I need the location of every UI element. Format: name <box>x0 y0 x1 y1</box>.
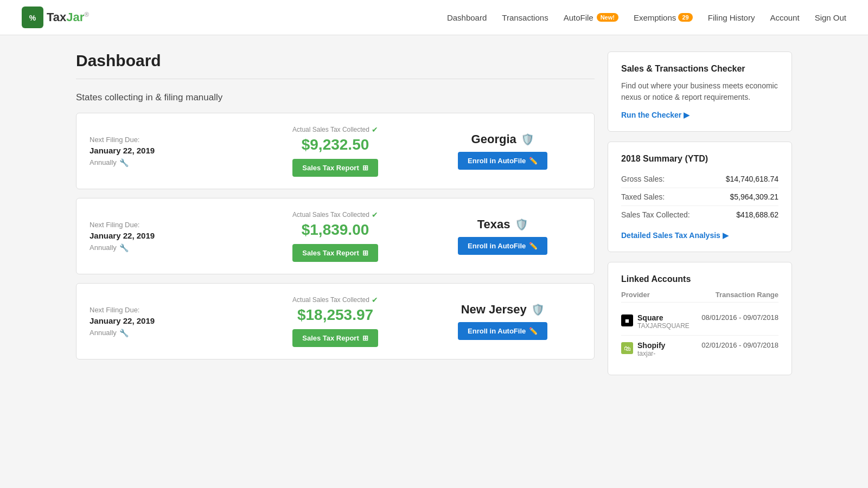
report-icon-2: ⊞ <box>362 334 368 342</box>
exemptions-count-badge: 29 <box>678 13 692 22</box>
linked-accounts-card: Linked Accounts Provider Transaction Ran… <box>608 262 792 375</box>
card-middle-2: Actual Sales Tax Collected ✔ $18,253.97 … <box>257 296 414 347</box>
sales-tax-report-button-1[interactable]: Sales Tax Report ⊞ <box>292 244 378 262</box>
filing-date-0: January 22, 2019 <box>90 146 246 155</box>
provider-name-0: Square <box>637 313 690 322</box>
page-title: Dashboard <box>76 52 595 70</box>
frequency-0: Annually 🔧 <box>90 158 246 167</box>
provider-info-0: ■ Square TAXJARSQUARE <box>621 313 690 330</box>
summary-row: Sales Tax Collected: $418,688.62 <box>621 206 778 223</box>
sales-tax-report-button-2[interactable]: Sales Tax Report ⊞ <box>292 329 378 347</box>
summary-value-2: $418,688.62 <box>736 210 778 219</box>
provider-details-1: Shopify taxjar- <box>637 341 665 357</box>
linked-account-row: 🛍 Shopify taxjar- 02/01/2016 - 09/07/201… <box>621 336 778 363</box>
content-area: Dashboard States collecting in & filing … <box>76 52 595 375</box>
report-icon-1: ⊞ <box>362 249 368 257</box>
logo-icon: % <box>22 7 43 28</box>
autofile-new-badge: New! <box>597 13 618 22</box>
enroll-autofile-button-2[interactable]: Enroll in AutoFile ✏️ <box>458 322 547 340</box>
wrench-icon-0: 🔧 <box>119 158 129 167</box>
shield-icon-0: 🛡️ <box>521 133 534 146</box>
card-left-2: Next Filing Due: January 22, 2019 Annual… <box>90 306 246 337</box>
filing-label-2: Next Filing Due: <box>90 306 246 314</box>
summary-title: 2018 Summary (YTD) <box>621 154 778 164</box>
nav-filing-history[interactable]: Filing History <box>708 13 755 22</box>
filing-date-2: January 22, 2019 <box>90 316 246 325</box>
nav-account[interactable]: Account <box>770 13 799 22</box>
shield-icon-1: 🛡️ <box>515 218 528 231</box>
summary-label-0: Gross Sales: <box>621 175 665 183</box>
provider-details-0: Square TAXJARSQUARE <box>637 313 690 330</box>
state-name-1: Texas 🛡️ <box>424 217 581 232</box>
card-right-2: New Jersey 🛡️ Enroll in AutoFile ✏️ <box>424 303 581 340</box>
card-right-1: Texas 🛡️ Enroll in AutoFile ✏️ <box>424 217 581 255</box>
header: % TaxJar® Dashboard Transactions AutoFil… <box>0 0 868 35</box>
state-card: Next Filing Due: January 22, 2019 Annual… <box>76 198 595 274</box>
collected-amount-1: $1,839.00 <box>257 221 414 239</box>
summary-value-1: $5,964,309.21 <box>730 192 778 201</box>
card-right-0: Georgia 🛡️ Enroll in AutoFile ✏️ <box>424 132 581 170</box>
wrench-icon-1: 🔧 <box>119 243 129 252</box>
collected-amount-2: $18,253.97 <box>257 306 414 324</box>
sales-tax-report-button-0[interactable]: Sales Tax Report ⊞ <box>292 159 378 177</box>
main-nav: Dashboard Transactions AutoFile New! Exe… <box>447 13 846 22</box>
provider-icon-0: ■ <box>621 314 633 326</box>
filing-label-0: Next Filing Due: <box>90 136 246 144</box>
svg-text:%: % <box>29 14 36 22</box>
checker-card: Sales & Transactions Checker Find out wh… <box>608 52 792 132</box>
linked-accounts-header: Provider Transaction Range <box>621 291 778 303</box>
frequency-2: Annually 🔧 <box>90 329 246 337</box>
nav-sign-out[interactable]: Sign Out <box>815 13 846 22</box>
report-icon-0: ⊞ <box>362 164 368 172</box>
section-title: States collecting in & filing manually <box>76 92 595 103</box>
provider-info-1: 🛍 Shopify taxjar- <box>621 341 665 357</box>
summary-row: Gross Sales: $14,740,618.74 <box>621 170 778 188</box>
provider-id-1: taxjar- <box>637 350 665 357</box>
autofile-icon-0: ✏️ <box>529 157 538 165</box>
divider <box>76 79 595 79</box>
linked-accounts-list: ■ Square TAXJARSQUARE 08/01/2016 - 09/07… <box>621 308 778 363</box>
provider-name-1: Shopify <box>637 341 665 350</box>
nav-transactions[interactable]: Transactions <box>502 13 548 22</box>
main-container: Dashboard States collecting in & filing … <box>54 35 814 391</box>
autofile-icon-2: ✏️ <box>529 327 538 335</box>
state-cards: Next Filing Due: January 22, 2019 Annual… <box>76 113 595 359</box>
collected-amount-0: $9,232.50 <box>257 136 414 153</box>
wrench-icon-2: 🔧 <box>119 329 129 337</box>
collected-label-2: Actual Sales Tax Collected ✔ <box>257 296 414 304</box>
logo: % TaxJar® <box>22 7 89 28</box>
summary-label-1: Taxed Sales: <box>621 192 665 201</box>
collected-label-0: Actual Sales Tax Collected ✔ <box>257 125 414 134</box>
linked-account-row: ■ Square TAXJARSQUARE 08/01/2016 - 09/07… <box>621 308 778 336</box>
state-card: Next Filing Due: January 22, 2019 Annual… <box>76 113 595 189</box>
provider-icon-1: 🛍 <box>621 342 633 354</box>
check-circle-1: ✔ <box>372 210 378 219</box>
checker-title: Sales & Transactions Checker <box>621 64 778 74</box>
enroll-autofile-button-0[interactable]: Enroll in AutoFile ✏️ <box>458 152 547 170</box>
checker-description: Find out where your business meets econo… <box>621 80 778 103</box>
summary-label-2: Sales Tax Collected: <box>621 210 690 219</box>
nav-exemptions[interactable]: Exemptions 29 <box>634 13 693 22</box>
provider-id-0: TAXJARSQUARE <box>637 322 690 330</box>
card-middle-1: Actual Sales Tax Collected ✔ $1,839.00 S… <box>257 210 414 262</box>
autofile-icon-1: ✏️ <box>529 242 538 250</box>
summary-card: 2018 Summary (YTD) Gross Sales: $14,740,… <box>608 142 792 252</box>
enroll-autofile-button-1[interactable]: Enroll in AutoFile ✏️ <box>458 237 547 255</box>
summary-row: Taxed Sales: $5,964,309.21 <box>621 188 778 206</box>
nav-dashboard[interactable]: Dashboard <box>447 13 487 22</box>
state-name-0: Georgia 🛡️ <box>424 132 581 146</box>
card-left-0: Next Filing Due: January 22, 2019 Annual… <box>90 136 246 167</box>
run-checker-link[interactable]: Run the Checker ▶ <box>621 111 778 119</box>
card-left-1: Next Filing Due: January 22, 2019 Annual… <box>90 221 246 252</box>
nav-autofile[interactable]: AutoFile New! <box>564 13 618 22</box>
summary-value-0: $14,740,618.74 <box>726 175 778 183</box>
frequency-1: Annually 🔧 <box>90 243 246 252</box>
logo-text: TaxJar® <box>47 10 89 24</box>
sidebar: Sales & Transactions Checker Find out wh… <box>608 52 792 375</box>
state-card: Next Filing Due: January 22, 2019 Annual… <box>76 283 595 359</box>
shield-icon-2: 🛡️ <box>531 303 545 316</box>
summary-rows: Gross Sales: $14,740,618.74 Taxed Sales:… <box>621 170 778 223</box>
card-middle-0: Actual Sales Tax Collected ✔ $9,232.50 S… <box>257 125 414 177</box>
detailed-analysis-link[interactable]: Detailed Sales Tax Analysis ▶ <box>621 231 778 240</box>
linked-accounts-title: Linked Accounts <box>621 274 778 284</box>
